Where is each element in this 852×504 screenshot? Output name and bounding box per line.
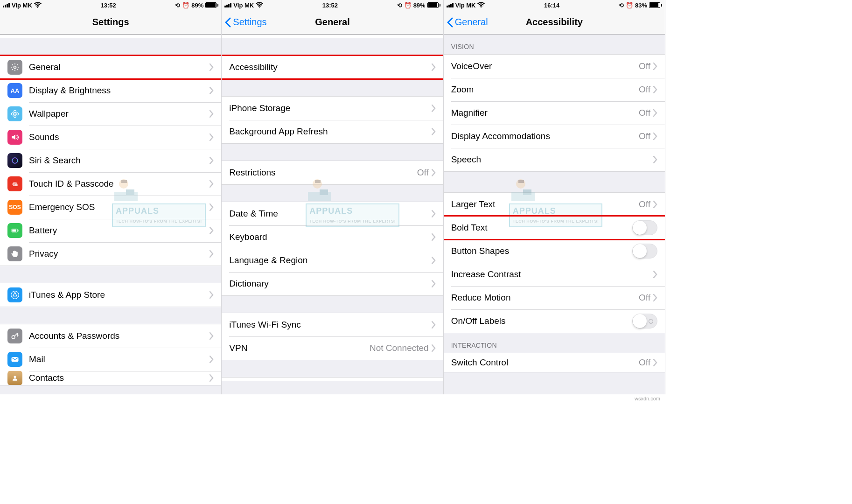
- row-privacy[interactable]: Privacy: [0, 242, 221, 266]
- row-vpn[interactable]: VPNNot Connected: [222, 336, 443, 360]
- row-itunes-appstore[interactable]: iTunes & App Store: [0, 283, 221, 307]
- carrier-label: Vip MK: [455, 2, 476, 9]
- row-zoom[interactable]: ZoomOff: [444, 78, 665, 101]
- row-display-accommodations[interactable]: Display AccommodationsOff: [444, 125, 665, 148]
- page-title: General: [315, 17, 349, 28]
- contacts-icon: [7, 371, 22, 385]
- chevron-right-icon: [210, 110, 214, 118]
- chevron-right-icon: [653, 201, 657, 208]
- row-label: Zoom: [451, 84, 639, 95]
- row-button-shapes[interactable]: Button Shapes: [444, 239, 665, 263]
- back-button[interactable]: General: [447, 17, 488, 28]
- row-background-refresh[interactable]: Background App Refresh: [222, 120, 443, 143]
- chevron-right-icon: [210, 87, 214, 94]
- chevron-right-icon: [210, 374, 214, 382]
- chevron-right-icon: [432, 233, 436, 241]
- carrier-label: Vip MK: [12, 2, 32, 9]
- row-label: Reduce Motion: [451, 293, 639, 303]
- battery-percent: 83%: [635, 2, 647, 9]
- row-general[interactable]: General: [0, 56, 221, 79]
- row-bold-text[interactable]: Bold Text: [444, 216, 665, 239]
- battery-row-icon: [7, 223, 22, 238]
- sos-icon: SOS: [7, 200, 22, 215]
- row-onoff-labels[interactable]: On/Off Labels: [444, 309, 665, 333]
- svg-rect-10: [18, 230, 19, 231]
- svg-rect-11: [12, 230, 16, 232]
- settings-pane: Vip MK 13:52 ⟲ ⏰ 89% Settings General AA…: [0, 0, 222, 394]
- row-date-time[interactable]: Date & Time: [222, 202, 443, 225]
- row-battery[interactable]: Battery: [0, 219, 221, 242]
- key-icon: [7, 329, 22, 343]
- row-wallpaper[interactable]: Wallpaper: [0, 102, 221, 126]
- svg-point-2: [14, 113, 16, 115]
- row-accessibility[interactable]: Accessibility: [222, 56, 443, 79]
- toggle-bold-text[interactable]: [632, 220, 657, 235]
- row-dictionary[interactable]: Dictionary: [222, 272, 443, 295]
- row-label: Touch ID & Passcode: [29, 179, 210, 189]
- clock-label: 13:52: [100, 2, 116, 9]
- status-bar: Vip MK 13:52 ⟲ ⏰ 89%: [0, 0, 221, 10]
- row-label: Accessibility: [229, 62, 431, 72]
- row-label: Privacy: [29, 249, 210, 259]
- chevron-right-icon: [432, 280, 436, 287]
- row-label: Sounds: [29, 132, 210, 142]
- orientation-lock-icon: ⟲: [175, 2, 180, 9]
- toggle-button-shapes[interactable]: [632, 244, 657, 259]
- row-siri[interactable]: Siri & Search: [0, 149, 221, 172]
- mail-icon: [7, 352, 22, 367]
- orientation-lock-icon: ⟲: [397, 2, 402, 9]
- svg-point-25: [481, 7, 482, 7]
- row-label: Background App Refresh: [229, 126, 431, 137]
- appstore-icon: [7, 287, 22, 302]
- row-accounts-passwords[interactable]: Accounts & Passwords: [0, 324, 221, 348]
- row-label: Speech: [451, 154, 653, 165]
- chevron-right-icon: [653, 63, 657, 70]
- chevron-right-icon: [653, 271, 657, 278]
- row-language-region[interactable]: Language & Region: [222, 249, 443, 272]
- svg-point-0: [37, 7, 38, 7]
- row-touchid[interactable]: Touch ID & Passcode: [0, 172, 221, 196]
- svg-point-5: [12, 113, 14, 115]
- settings-group-main: General AA Display & Brightness Wallpape…: [0, 55, 221, 266]
- row-emergency-sos[interactable]: SOS Emergency SOS: [0, 196, 221, 219]
- chevron-right-icon: [432, 210, 436, 217]
- cellular-signal-icon: [447, 3, 454, 7]
- chevron-right-icon: [432, 257, 436, 264]
- settings-group-itunes: iTunes & App Store: [0, 283, 221, 307]
- row-mail[interactable]: Mail: [0, 348, 221, 371]
- row-sounds[interactable]: Sounds: [0, 126, 221, 149]
- chevron-right-icon: [653, 86, 657, 93]
- toggle-onoff-labels[interactable]: [632, 314, 657, 329]
- svg-point-13: [12, 336, 15, 339]
- chevron-right-icon: [210, 250, 214, 258]
- row-keyboard[interactable]: Keyboard: [222, 225, 443, 249]
- row-reduce-motion[interactable]: Reduce MotionOff: [444, 286, 665, 309]
- chevron-right-icon: [210, 291, 214, 299]
- chevron-right-icon: [210, 203, 214, 211]
- row-label: Wallpaper: [29, 109, 210, 119]
- row-increase-contrast[interactable]: Increase Contrast: [444, 263, 665, 286]
- battery-percent: 89%: [191, 2, 203, 9]
- chevron-right-icon: [432, 169, 436, 176]
- row-label: iTunes & App Store: [29, 290, 210, 300]
- back-button[interactable]: Settings: [224, 17, 266, 28]
- row-iphone-storage[interactable]: iPhone Storage: [222, 97, 443, 120]
- alarm-icon: ⏰: [182, 2, 189, 9]
- svg-point-4: [14, 115, 16, 118]
- row-itunes-wifi-sync[interactable]: iTunes Wi-Fi Sync: [222, 313, 443, 336]
- chevron-right-icon: [653, 359, 657, 366]
- row-restrictions[interactable]: RestrictionsOff: [222, 161, 443, 184]
- row-contacts[interactable]: Contacts: [0, 371, 221, 385]
- row-label: Increase Contrast: [451, 269, 653, 280]
- battery-icon: [649, 2, 662, 8]
- row-magnifier[interactable]: MagnifierOff: [444, 101, 665, 125]
- chevron-right-icon: [432, 321, 436, 329]
- status-bar: Vip MK 16:14 ⟲⏰83%: [444, 0, 665, 10]
- row-voiceover[interactable]: VoiceOverOff: [444, 55, 665, 78]
- row-display-brightness[interactable]: AA Display & Brightness: [0, 79, 221, 102]
- row-switch-control[interactable]: Switch ControlOff: [444, 353, 665, 372]
- row-speech[interactable]: Speech: [444, 148, 665, 171]
- wifi-icon: [256, 2, 263, 8]
- wifi-icon: [477, 2, 485, 8]
- row-larger-text[interactable]: Larger TextOff: [444, 193, 665, 216]
